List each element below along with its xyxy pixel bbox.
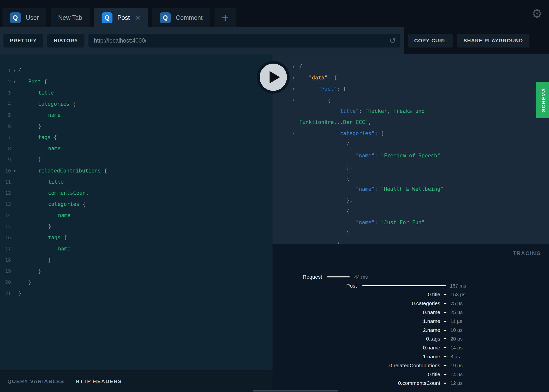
query-code-line[interactable]: 17name	[0, 243, 273, 254]
settings-gear-icon[interactable]: ⚙	[531, 7, 543, 20]
code-content: }	[18, 290, 273, 296]
query-code-line[interactable]: 21}	[0, 288, 273, 299]
line-number: 1	[0, 68, 11, 73]
line-number: 4	[0, 101, 11, 107]
code-content: }	[18, 223, 273, 229]
fold-arrow-icon[interactable]: ▾	[11, 168, 18, 173]
query-code-line[interactable]: 7tags {	[0, 132, 273, 143]
fold-arrow-icon[interactable]: ▾	[292, 98, 295, 102]
reload-schema-icon[interactable]: ↺	[389, 37, 396, 45]
query-code-line[interactable]: 1▾{	[0, 65, 273, 76]
query-code-line[interactable]: 6}	[0, 121, 273, 132]
query-operation-badge: Q	[10, 12, 21, 23]
query-code-line[interactable]: 18}	[0, 254, 273, 265]
fold-arrow-icon[interactable]: ▾	[11, 68, 18, 73]
query-code-line[interactable]: 13categories {	[0, 198, 273, 210]
code-token: "data"	[309, 75, 328, 81]
query-code-line[interactable]: 3title	[0, 87, 273, 98]
trace-row: Post167 ms	[273, 281, 549, 290]
code-token: ,	[368, 119, 371, 125]
trace-row: 0.name14 µs	[273, 343, 549, 352]
query-code-line[interactable]: 20}	[0, 276, 273, 288]
tab-new-tab[interactable]: New Tab	[51, 8, 90, 27]
fold-arrow-icon[interactable]: ▾	[292, 131, 295, 136]
code-token: ]	[337, 242, 340, 244]
prettify-button[interactable]: PRETTIFY	[3, 34, 43, 48]
trace-row: Request44 ms	[273, 272, 549, 281]
code-content: name	[18, 212, 273, 218]
code-token: "title"	[337, 108, 359, 114]
query-code-line[interactable]: 10▾relatedContributions {	[0, 165, 273, 176]
query-code-line[interactable]: 19}	[0, 265, 273, 276]
response-code: ▾{▾"data": {▾"Post": [▾{"title": "Hacker…	[273, 61, 549, 244]
code-content: {	[18, 68, 273, 74]
code-token: :	[375, 186, 381, 192]
horizontal-scrollbar-thumb[interactable]	[253, 390, 338, 392]
code-token: "Health & Wellbeing"	[381, 186, 443, 192]
code-content: title	[18, 179, 273, 185]
tab-post[interactable]: QPost✕	[94, 8, 148, 27]
trace-duration-value: 153 µs	[450, 292, 465, 297]
trace-row: 0.tags20 µs	[273, 335, 549, 343]
trace-row: 0.categories75 µs	[273, 299, 549, 308]
query-code-line[interactable]: 14name	[0, 210, 273, 221]
line-number: 7	[0, 135, 11, 140]
trace-duration-value: 25 µs	[450, 310, 463, 315]
code-token: categories	[48, 201, 82, 207]
execute-query-button[interactable]	[257, 61, 290, 94]
fold-arrow-icon[interactable]: ▾	[292, 64, 295, 69]
trace-row: 0.title14 µs	[273, 370, 549, 379]
trace-duration-bar	[444, 347, 446, 348]
trace-duration-value: 20 µs	[450, 336, 463, 342]
query-code-line[interactable]: 5name	[0, 109, 273, 121]
code-token: {	[346, 175, 350, 181]
close-tab-icon[interactable]: ✕	[135, 15, 141, 21]
history-button[interactable]: HISTORY	[47, 34, 84, 48]
trace-resolver-label: 0.relatedContributions	[273, 363, 440, 368]
code-token: {	[104, 168, 107, 174]
response-code-line: "name": "Freedom of Speech"	[273, 150, 549, 161]
trace-duration-bar	[444, 330, 446, 331]
code-token: {	[346, 208, 350, 214]
query-code-line[interactable]: 9}	[0, 154, 273, 165]
query-code: 1▾{2▾Post {3title4categories {5name6}7ta…	[0, 65, 273, 299]
query-code-line[interactable]: 11title	[0, 176, 273, 187]
query-code-line[interactable]: 2▾Post {	[0, 76, 273, 87]
copy-curl-button[interactable]: COPY CURL	[408, 34, 453, 48]
query-code-line[interactable]: 8name	[0, 143, 273, 154]
query-code-line[interactable]: 15}	[0, 221, 273, 232]
code-token: tags	[38, 134, 54, 140]
query-code-line[interactable]: 12commentsCount	[0, 187, 273, 198]
line-number: 15	[0, 224, 11, 229]
query-code-line[interactable]: 16tags {	[0, 232, 273, 243]
endpoint-url-input[interactable]: http://localhost:4000/ ↺	[88, 34, 400, 48]
trace-resolver-label: Request	[273, 274, 322, 280]
fold-arrow-icon[interactable]: ▾	[292, 75, 295, 80]
schema-side-tab[interactable]: SCHEMA	[536, 82, 549, 118]
query-operation-badge: Q	[160, 12, 171, 23]
query-variables-tab[interactable]: QUERY VARIABLES	[7, 378, 64, 384]
query-editor-pane[interactable]: 1▾{2▾Post {3title4categories {5name6}7ta…	[0, 54, 273, 370]
tab-label: User	[26, 14, 39, 21]
fold-arrow-icon[interactable]: ▾	[292, 86, 295, 91]
query-code-line[interactable]: 4categories {	[0, 98, 273, 109]
tab-user[interactable]: QUser	[2, 8, 46, 27]
code-content: "data": {	[299, 75, 337, 81]
code-token: :	[375, 220, 381, 225]
endpoint-url-value: http://localhost:4000/	[94, 37, 146, 44]
response-viewer-pane: ▾{▾"data": {▾"Post": [▾{"title": "Hacker…	[273, 54, 549, 244]
code-token: : [	[337, 86, 346, 92]
code-content: name	[18, 246, 273, 252]
code-token: tags	[48, 235, 64, 241]
http-headers-tab[interactable]: HTTP HEADERS	[76, 378, 122, 384]
code-token: {	[73, 101, 76, 107]
share-playground-button[interactable]: SHARE PLAYGROUND	[457, 34, 529, 48]
toolbar: PRETTIFY HISTORY http://localhost:4000/ …	[0, 27, 549, 54]
trace-duration-bar	[444, 365, 446, 366]
add-tab-button[interactable]: +	[215, 8, 236, 27]
tracing-panel: TRACING Request44 msPost167 ms0.title153…	[273, 244, 549, 392]
trace-resolver-label: 0.title	[273, 371, 440, 377]
fold-arrow-icon[interactable]: ▾	[11, 79, 18, 84]
code-content: "title": "Hacker, Freaks und	[299, 108, 425, 114]
tab-comment[interactable]: QComment	[152, 8, 210, 27]
